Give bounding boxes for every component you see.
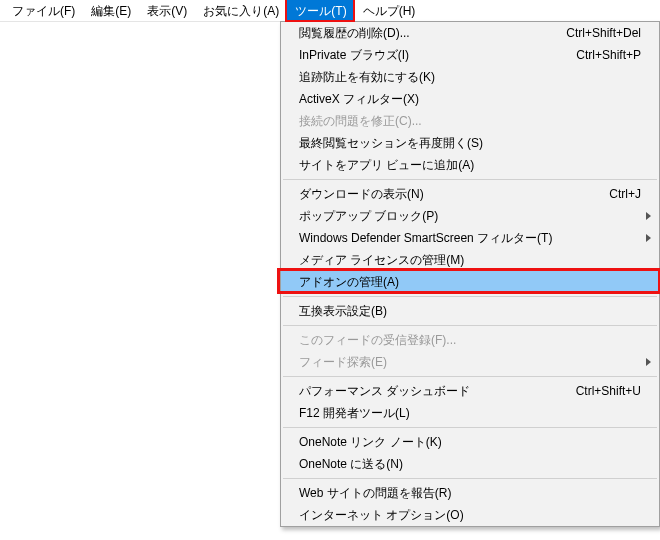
- menu-item-label: InPrivate ブラウズ(I): [299, 47, 560, 64]
- menu-item-label: パフォーマンス ダッシュボード: [299, 383, 560, 400]
- menubar: ファイル(F) 編集(E) 表示(V) お気に入り(A) ツール(T) ヘルプ(…: [0, 0, 660, 22]
- menu-item-label: F12 開発者ツール(L): [299, 405, 641, 422]
- menu-item-label: ActiveX フィルター(X): [299, 91, 641, 108]
- menu-item[interactable]: メディア ライセンスの管理(M): [281, 249, 659, 271]
- menu-item[interactable]: Web サイトの問題を報告(R): [281, 482, 659, 504]
- menu-item[interactable]: 最終閲覧セッションを再度開く(S): [281, 132, 659, 154]
- menu-item-shortcut: Ctrl+Shift+Del: [566, 26, 641, 40]
- menu-item[interactable]: パフォーマンス ダッシュボードCtrl+Shift+U: [281, 380, 659, 402]
- menu-item[interactable]: ActiveX フィルター(X): [281, 88, 659, 110]
- menu-item: このフィードの受信登録(F)...: [281, 329, 659, 351]
- menu-item-label: このフィードの受信登録(F)...: [299, 332, 641, 349]
- menu-item-label: Windows Defender SmartScreen フィルター(T): [299, 230, 641, 247]
- menu-item-shortcut: Ctrl+Shift+P: [576, 48, 641, 62]
- menu-item-label: 接続の問題を修正(C)...: [299, 113, 641, 130]
- menu-item[interactable]: F12 開発者ツール(L): [281, 402, 659, 424]
- menu-item[interactable]: 互換表示設定(B): [281, 300, 659, 322]
- menu-item-label: 追跡防止を有効にする(K): [299, 69, 641, 86]
- menu-item[interactable]: OneNote に送る(N): [281, 453, 659, 475]
- menu-item-label: OneNote に送る(N): [299, 456, 641, 473]
- menu-item-label: ポップアップ ブロック(P): [299, 208, 641, 225]
- menu-item[interactable]: インターネット オプション(O): [281, 504, 659, 526]
- menu-item-label: 閲覧履歴の削除(D)...: [299, 25, 550, 42]
- menu-item-label: 最終閲覧セッションを再度開く(S): [299, 135, 641, 152]
- menu-item: 接続の問題を修正(C)...: [281, 110, 659, 132]
- menu-favorites[interactable]: お気に入り(A): [195, 0, 287, 22]
- menu-item[interactable]: InPrivate ブラウズ(I)Ctrl+Shift+P: [281, 44, 659, 66]
- menu-item[interactable]: ポップアップ ブロック(P): [281, 205, 659, 227]
- menu-item-label: ダウンロードの表示(N): [299, 186, 593, 203]
- menu-file[interactable]: ファイル(F): [4, 0, 83, 22]
- menu-item[interactable]: Windows Defender SmartScreen フィルター(T): [281, 227, 659, 249]
- menu-separator: [283, 376, 657, 377]
- chevron-right-icon: [646, 358, 651, 366]
- menu-item-label: Web サイトの問題を報告(R): [299, 485, 641, 502]
- menu-item[interactable]: アドオンの管理(A): [281, 271, 659, 293]
- menu-item-label: アドオンの管理(A): [299, 274, 641, 291]
- menu-separator: [283, 478, 657, 479]
- menu-item-label: 互換表示設定(B): [299, 303, 641, 320]
- menu-item-shortcut: Ctrl+J: [609, 187, 641, 201]
- menu-item-label: フィード探索(E): [299, 354, 641, 371]
- menu-help[interactable]: ヘルプ(H): [355, 0, 424, 22]
- menu-separator: [283, 325, 657, 326]
- menu-item-label: メディア ライセンスの管理(M): [299, 252, 641, 269]
- menu-separator: [283, 179, 657, 180]
- menu-tools[interactable]: ツール(T): [287, 0, 354, 22]
- menu-item-label: インターネット オプション(O): [299, 507, 641, 524]
- menu-item-shortcut: Ctrl+Shift+U: [576, 384, 641, 398]
- chevron-right-icon: [646, 212, 651, 220]
- chevron-right-icon: [646, 234, 651, 242]
- menu-item[interactable]: 追跡防止を有効にする(K): [281, 66, 659, 88]
- menu-view[interactable]: 表示(V): [139, 0, 195, 22]
- menu-item[interactable]: ダウンロードの表示(N)Ctrl+J: [281, 183, 659, 205]
- menu-item[interactable]: OneNote リンク ノート(K): [281, 431, 659, 453]
- tools-dropdown: 閲覧履歴の削除(D)...Ctrl+Shift+DelInPrivate ブラウ…: [280, 21, 660, 527]
- menu-separator: [283, 296, 657, 297]
- menu-item: フィード探索(E): [281, 351, 659, 373]
- menu-item[interactable]: サイトをアプリ ビューに追加(A): [281, 154, 659, 176]
- menu-separator: [283, 427, 657, 428]
- menu-item-label: サイトをアプリ ビューに追加(A): [299, 157, 641, 174]
- menu-item-label: OneNote リンク ノート(K): [299, 434, 641, 451]
- menu-item[interactable]: 閲覧履歴の削除(D)...Ctrl+Shift+Del: [281, 22, 659, 44]
- menu-edit[interactable]: 編集(E): [83, 0, 139, 22]
